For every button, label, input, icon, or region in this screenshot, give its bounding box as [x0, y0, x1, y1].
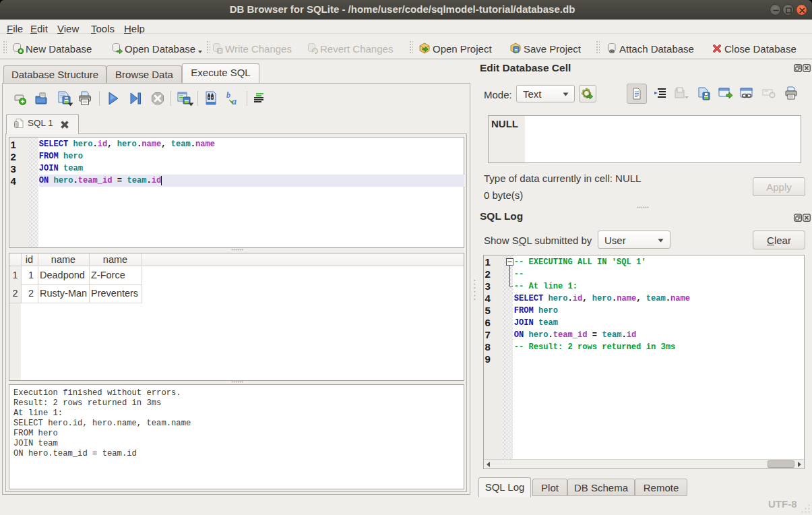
svg-text:a: a — [232, 96, 237, 106]
svg-text:b: b — [226, 91, 230, 100]
